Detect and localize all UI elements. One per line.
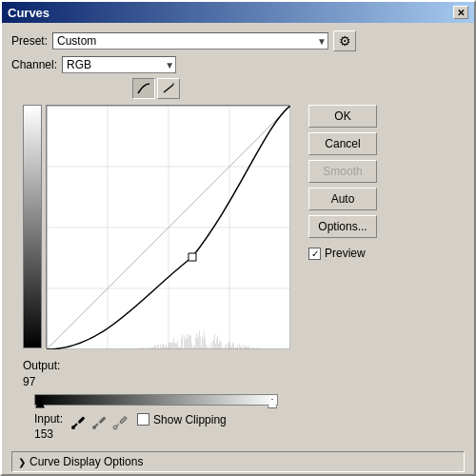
pencil-tool-button[interactable]: [157, 78, 180, 99]
curve-display-options-button[interactable]: ❯ Curve Display Options: [11, 451, 465, 472]
cancel-button[interactable]: Cancel: [308, 132, 377, 155]
gradient-bar: [23, 105, 42, 348]
channel-select[interactable]: RGB Red Green Blue: [62, 56, 176, 73]
curve-canvas-area[interactable]: [46, 105, 289, 348]
input-label-text: Input:: [34, 412, 63, 426]
slider-thumb-white[interactable]: [268, 399, 277, 408]
input-value: 153: [34, 427, 53, 441]
eyedropper-gray-button[interactable]: [91, 413, 109, 433]
input-gradient-slider[interactable]: [34, 394, 278, 406]
dialog-content: Preset: Custom Default Lighter Darker In…: [2, 23, 474, 476]
preset-select-wrapper: Custom Default Lighter Darker Increase C…: [52, 32, 328, 50]
svg-rect-2: [78, 416, 86, 424]
eyedropper-black-icon: [70, 413, 88, 430]
auto-button[interactable]: Auto: [308, 188, 377, 210]
preview-label: Preview: [325, 247, 366, 260]
curves-dialog: Curves ✕ Preset: Custom Default Lighter …: [0, 0, 476, 476]
output-display: Output: 97: [23, 358, 60, 390]
options-icon-btn[interactable]: ⚙: [333, 30, 356, 51]
eyedropper-white-icon: [112, 413, 129, 430]
show-clipping-row: Show Clipping: [137, 413, 227, 426]
channel-select-wrapper: RGB Red Green Blue ▼: [62, 56, 176, 73]
options-button[interactable]: Options...: [308, 215, 377, 238]
right-buttons: OK Cancel Smooth Auto Options... ✓ Previ…: [308, 105, 377, 443]
input-slider-container: [34, 394, 278, 409]
show-clipping-checkbox[interactable]: [137, 413, 149, 426]
ok-button[interactable]: OK: [308, 105, 377, 128]
curve-display-label: Curve Display Options: [30, 455, 143, 468]
left-panel: Output: 97 Input:: [11, 78, 301, 443]
curve-canvas[interactable]: [47, 106, 290, 349]
preset-row: Preset: Custom Default Lighter Darker In…: [11, 30, 465, 51]
svg-line-0: [164, 85, 173, 92]
preview-checkbox[interactable]: ✓: [308, 248, 321, 260]
preset-label: Preset:: [11, 34, 48, 48]
input-display: Input: 153: [34, 411, 63, 444]
eyedropper-gray-icon: [91, 413, 109, 430]
show-clipping-label: Show Clipping: [153, 413, 227, 426]
svg-point-7: [92, 426, 96, 429]
smooth-button[interactable]: Smooth: [308, 160, 377, 183]
close-button[interactable]: ✕: [453, 6, 468, 19]
channel-row: Channel: RGB Red Green Blue ▼: [11, 56, 465, 73]
preview-row: ✓ Preview: [308, 247, 377, 260]
curve-tool-button[interactable]: [132, 78, 155, 99]
main-area: Output: 97 Input:: [11, 78, 465, 443]
chevron-right-icon: ❯: [18, 457, 26, 467]
eyedropper-white-button[interactable]: [112, 413, 129, 433]
window-title: Curves: [8, 6, 50, 20]
pencil-tool-icon: [161, 82, 176, 95]
title-bar: Curves ✕: [2, 2, 474, 23]
output-value: 97: [23, 375, 35, 388]
preset-select[interactable]: Custom Default Lighter Darker Increase C…: [52, 32, 328, 50]
channel-label: Channel:: [11, 58, 57, 71]
slider-thumb-black[interactable]: [35, 399, 45, 408]
output-label-text: Output:: [23, 359, 60, 372]
eyedropper-group: [70, 413, 129, 434]
svg-point-10: [113, 426, 117, 429]
svg-rect-8: [120, 416, 128, 424]
svg-rect-5: [99, 416, 107, 424]
curve-tools: [132, 78, 180, 99]
svg-point-4: [71, 426, 75, 429]
curve-tool-icon: [136, 82, 151, 95]
eyedropper-black-button[interactable]: [70, 413, 88, 434]
